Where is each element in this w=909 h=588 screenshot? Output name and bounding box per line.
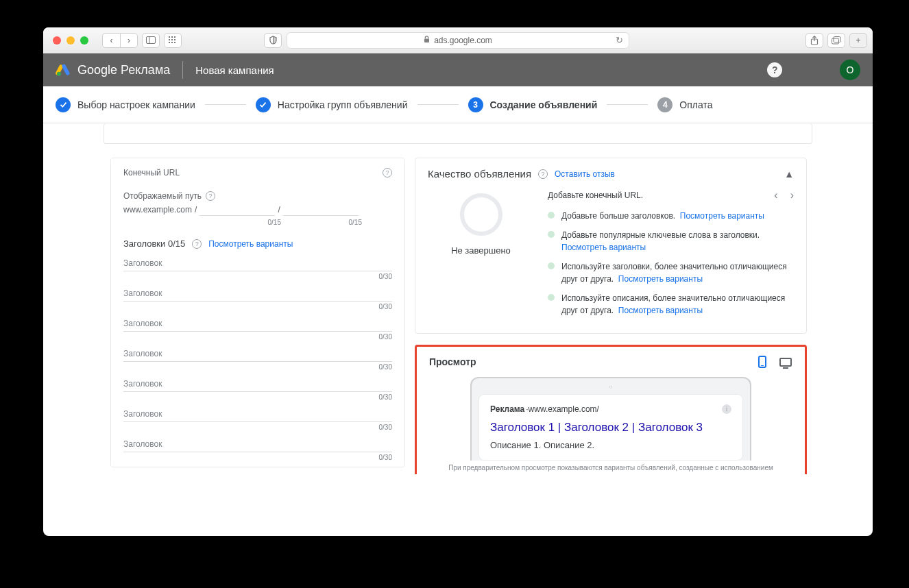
headline-input[interactable]: [123, 284, 392, 302]
bullet-icon: [548, 231, 555, 238]
svg-rect-7: [174, 39, 175, 40]
lock-icon: [424, 36, 430, 45]
zoom-window-button[interactable]: [80, 36, 88, 45]
see-variants-link[interactable]: Посмотреть варианты: [618, 274, 703, 284]
info-icon[interactable]: i: [722, 404, 731, 414]
step-number: 4: [657, 97, 672, 112]
preview-panel: Просмотр ○ Реклама · www.example.com/ i: [415, 345, 807, 474]
stepper: Выбор настроек кампании Настройка групп …: [43, 86, 873, 123]
help-icon[interactable]: ?: [206, 191, 215, 201]
sidebar-toggle-button[interactable]: [142, 33, 160, 48]
speaker-icon: ○: [478, 384, 743, 390]
product-name: Google Реклама: [77, 63, 170, 77]
headline-input[interactable]: [123, 345, 392, 362]
share-button[interactable]: [805, 33, 823, 48]
shield-privacy-button[interactable]: [264, 33, 282, 48]
help-icon[interactable]: ?: [538, 169, 548, 179]
mac-titlebar: ‹ › ads.google.com ↻: [43, 27, 873, 53]
help-button[interactable]: ?: [767, 62, 782, 77]
step-label: Оплата: [679, 99, 712, 110]
startpage-grid-button[interactable]: [164, 33, 182, 48]
svg-rect-5: [169, 39, 170, 40]
svg-rect-14: [832, 38, 839, 44]
step-connector: [205, 104, 246, 105]
svg-rect-8: [169, 42, 170, 43]
display-path-prefix: www.example.com: [123, 205, 192, 215]
back-button[interactable]: ‹: [102, 33, 120, 48]
address-url: ads.google.com: [434, 36, 492, 45]
path1-counter: 0/15: [200, 219, 281, 226]
step-label: Настройка групп объявлений: [278, 99, 408, 110]
step-connector: [607, 104, 648, 105]
svg-rect-6: [171, 39, 173, 40]
nav-button-group: ‹ ›: [102, 33, 182, 48]
quality-top-message: Добавьте конечный URL.: [548, 191, 643, 200]
address-bar[interactable]: ads.google.com ↻: [287, 32, 629, 49]
ad-badge: Реклама: [490, 404, 524, 414]
quality-status: Не завершено: [428, 245, 534, 256]
tabs-button[interactable]: [827, 33, 845, 48]
final-url-label: Конечный URL: [123, 168, 180, 177]
step-2[interactable]: Настройка групп объявлений: [256, 97, 408, 112]
mobile-preview-button[interactable]: [755, 355, 769, 369]
step-3[interactable]: 3 Создание объявлений: [468, 97, 598, 112]
step-number: 3: [468, 97, 483, 112]
close-window-button[interactable]: [53, 36, 61, 45]
ad-preview-card: Реклама · www.example.com/ i Заголовок 1…: [478, 394, 743, 461]
headline-input[interactable]: [123, 435, 392, 452]
minimize-window-button[interactable]: [66, 36, 75, 45]
bullet-icon: [548, 294, 555, 301]
display-path-label: Отображаемый путь ?: [123, 191, 392, 201]
svg-rect-2: [169, 36, 170, 38]
help-icon[interactable]: ?: [383, 168, 392, 177]
check-icon: [256, 97, 271, 112]
check-icon: [56, 97, 71, 112]
next-suggestion-button[interactable]: ›: [790, 189, 794, 201]
ad-domain: www.example.com/: [529, 404, 599, 414]
collapse-icon[interactable]: ▲: [784, 169, 794, 180]
step-label: Выбор настроек кампании: [77, 99, 195, 110]
collapsed-card: [104, 123, 812, 144]
svg-rect-4: [174, 36, 175, 38]
new-tab-button[interactable]: +: [849, 33, 867, 48]
path2-counter: 0/15: [281, 219, 362, 226]
forward-button[interactable]: ›: [120, 33, 138, 48]
feedback-link[interactable]: Оставить отзыв: [555, 169, 615, 179]
headline-input[interactable]: [123, 254, 392, 271]
step-label: Создание объявлений: [490, 99, 598, 110]
headline-input[interactable]: [123, 315, 392, 332]
path1-input[interactable]: [199, 204, 275, 216]
step-4[interactable]: 4 Оплата: [657, 97, 712, 112]
preview-title: Просмотр: [429, 356, 476, 367]
see-variants-link[interactable]: Посмотреть варианты: [680, 211, 764, 221]
main-content: Конечный URL ? Отображаемый путь ? www.e…: [43, 158, 873, 474]
svg-rect-17: [61, 64, 70, 76]
help-icon[interactable]: ?: [192, 239, 202, 249]
display-path-row: www.example.com / /: [123, 204, 392, 216]
quality-title: Качество объявления: [428, 168, 531, 180]
divider: [182, 61, 183, 79]
step-1[interactable]: Выбор настроек кампании: [56, 97, 195, 112]
see-variants-link[interactable]: Посмотреть варианты: [208, 239, 293, 249]
desktop-preview-button[interactable]: [779, 355, 792, 369]
app-header: Google Реклама Новая кампания ? O: [43, 53, 873, 86]
reload-icon[interactable]: ↻: [616, 35, 623, 45]
see-variants-link[interactable]: Посмотреть варианты: [618, 306, 703, 315]
prev-suggestion-button[interactable]: ‹: [774, 189, 777, 201]
ad-quality-panel: Качество объявления ? Оставить отзыв ▲ Н…: [415, 158, 807, 334]
headline-input[interactable]: [123, 405, 392, 422]
google-ads-logo-icon: [56, 62, 71, 77]
preview-disclaimer: При предварительном просмотре показывают…: [429, 463, 792, 474]
avatar[interactable]: O: [840, 60, 860, 80]
quality-gauge: [460, 193, 502, 236]
headline-counter: 0/30: [123, 273, 392, 280]
headline-counter: 0/30: [123, 363, 392, 371]
page-title: Новая кампания: [195, 64, 274, 76]
headline-input[interactable]: [123, 375, 392, 392]
svg-rect-9: [171, 42, 173, 43]
step-connector: [417, 104, 459, 105]
headline-counter: 0/30: [123, 424, 392, 431]
see-variants-link[interactable]: Посмотреть варианты: [561, 243, 646, 252]
path2-input[interactable]: [283, 204, 359, 216]
ad-editor-panel: Конечный URL ? Отображаемый путь ? www.e…: [110, 158, 405, 467]
